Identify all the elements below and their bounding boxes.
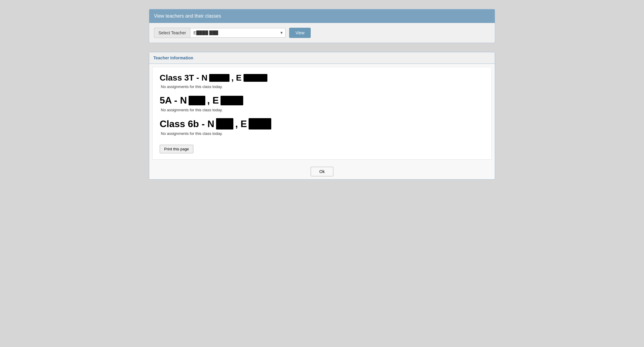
class-5a-name-redacted <box>189 96 205 105</box>
teacher-information-panel: Teacher Information Class 3T - N, E No a… <box>149 52 495 180</box>
class-5a-comma: , E <box>207 95 219 106</box>
class-6b-comma: , E <box>235 118 247 129</box>
class-3t-no-assignments: No assignments for this class today. <box>161 84 484 89</box>
print-button[interactable]: Print this page <box>160 145 193 153</box>
class-5a-prefix: 5A - N <box>160 95 187 106</box>
teacher-select[interactable]: E████ ███ <box>190 28 286 38</box>
class-5a-no-assignments: No assignments for this class today. <box>161 108 484 112</box>
top-panel-body: Select Teacher E████ ███ ▼ View <box>149 23 495 43</box>
teacher-info-header: Teacher Information <box>149 52 495 64</box>
class-6b-no-assignments: No assignments for this class today. <box>161 131 484 136</box>
class-entry-5a: 5A - N, E No assignments for this class … <box>160 95 484 112</box>
class-5a-title: 5A - N, E <box>160 95 484 106</box>
class-3t-comma: , E <box>231 73 241 83</box>
select-teacher-label: Select Teacher <box>154 28 190 38</box>
top-panel-header: View teachers and their classes <box>149 9 495 23</box>
top-panel: View teachers and their classes Select T… <box>149 9 495 43</box>
class-6b-title: Class 6b - N, E <box>160 118 484 129</box>
class-entry-6b: Class 6b - N, E No assignments for this … <box>160 118 484 136</box>
class-entry-3t: Class 3T - N, E No assignments for this … <box>160 73 484 89</box>
class-3t-prefix: Class 3T - N <box>160 73 207 83</box>
teacher-select-wrapper: E████ ███ ▼ <box>190 28 286 38</box>
teacher-info-body: Class 3T - N, E No assignments for this … <box>152 67 492 160</box>
class-3t-last-redacted <box>244 74 267 82</box>
class-6b-name-redacted <box>216 118 233 129</box>
class-6b-prefix: Class 6b - N <box>160 118 214 129</box>
class-3t-name-redacted <box>209 74 229 82</box>
teacher-info-title: Teacher Information <box>153 55 193 60</box>
view-button[interactable]: View <box>289 28 311 38</box>
ok-area: Ok <box>149 163 495 179</box>
page-title: View teachers and their classes <box>154 13 221 18</box>
class-3t-title: Class 3T - N, E <box>160 73 484 83</box>
ok-button[interactable]: Ok <box>311 167 333 176</box>
class-6b-last-redacted <box>249 118 271 129</box>
class-5a-last-redacted <box>221 96 243 105</box>
